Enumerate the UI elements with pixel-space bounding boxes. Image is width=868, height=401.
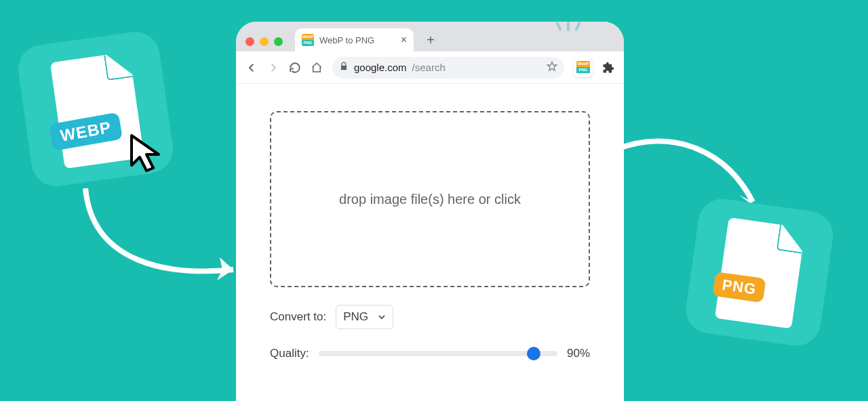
window-controls (245, 37, 283, 46)
tab-strip: WebP PNG WebP to PNG × + (236, 22, 624, 51)
quality-row: Quality: 90% (270, 347, 590, 360)
convert-label: Convert to: (270, 310, 326, 324)
format-selected: PNG (343, 310, 368, 324)
address-bar[interactable]: google.com/search (332, 57, 564, 79)
dropzone[interactable]: drop image file(s) here or click (270, 111, 590, 287)
minimize-window-icon[interactable] (260, 37, 269, 46)
arrow-icon (65, 175, 255, 297)
browser-toolbar: google.com/search WebP PNG (236, 51, 624, 84)
maximize-window-icon[interactable] (274, 37, 283, 46)
convert-row: Convert to: PNG (270, 305, 590, 329)
cursor-icon (126, 133, 170, 176)
png-badge: PNG (712, 272, 766, 303)
reload-button[interactable] (289, 62, 301, 74)
page-content: drop image file(s) here or click Convert… (236, 84, 624, 360)
back-button[interactable] (245, 62, 258, 74)
format-select[interactable]: PNG (336, 305, 393, 329)
slider-thumb[interactable] (527, 347, 540, 360)
close-window-icon[interactable] (245, 37, 254, 46)
lock-icon (339, 62, 349, 73)
file-icon: PNG (715, 217, 806, 329)
tab-title: WebP to PNG (319, 35, 374, 45)
extension-icon[interactable]: WebP PNG (574, 58, 593, 77)
favicon-icon: WebP PNG (302, 34, 314, 46)
url-path: /search (412, 62, 446, 73)
chevron-down-icon (378, 313, 386, 321)
browser-window: WebP PNG WebP to PNG × + google.com/se (236, 22, 624, 401)
quality-label: Quality: (270, 347, 309, 360)
close-tab-icon[interactable]: × (401, 34, 407, 46)
bookmark-icon[interactable] (547, 61, 557, 74)
png-file-card: PNG (683, 196, 836, 349)
webp-badge: WEBP (49, 112, 123, 151)
dropzone-text: drop image file(s) here or click (339, 192, 521, 207)
forward-button[interactable] (267, 62, 279, 74)
quality-slider[interactable] (319, 351, 557, 356)
home-button[interactable] (311, 62, 323, 74)
url-host: google.com (354, 62, 407, 73)
extensions-menu-icon[interactable] (602, 62, 614, 74)
new-tab-button[interactable]: + (420, 30, 441, 50)
browser-tab[interactable]: WebP PNG WebP to PNG × (295, 28, 414, 51)
quality-value: 90% (567, 347, 590, 360)
